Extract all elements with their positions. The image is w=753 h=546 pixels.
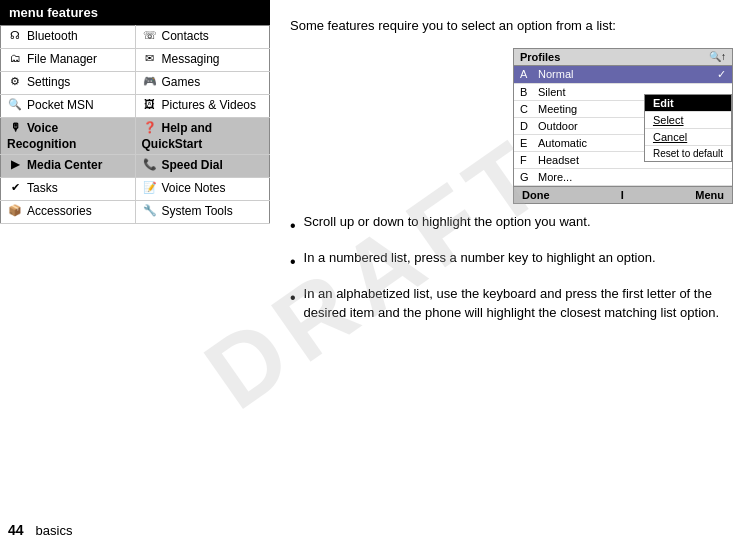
table-row[interactable]: 🔍Pocket MSN 🖼Pictures & Videos bbox=[1, 95, 270, 118]
accessories-label: Accessories bbox=[27, 204, 92, 218]
speed-dial-icon: 📞 bbox=[142, 158, 158, 174]
messaging-icon: ✉ bbox=[142, 52, 158, 68]
pictures-videos-label: Pictures & Videos bbox=[162, 98, 257, 112]
menu-features-header: menu features bbox=[0, 0, 270, 25]
messaging-label: Messaging bbox=[162, 52, 220, 66]
file-manager-label: File Manager bbox=[27, 52, 97, 66]
list-letter: D bbox=[520, 120, 534, 132]
list-letter: E bbox=[520, 137, 534, 149]
table-row[interactable]: ☊Bluetooth ☏Contacts bbox=[1, 26, 270, 49]
context-menu: Edit Select Cancel Reset to default bbox=[644, 94, 732, 162]
pictures-videos-icon: 🖼 bbox=[142, 98, 158, 114]
bullet-item-3: • In an alphabetized list, use the keybo… bbox=[290, 284, 733, 323]
voice-notes-label: Voice Notes bbox=[162, 181, 226, 195]
accessories-icon: 📦 bbox=[7, 204, 23, 220]
bullet-text-1: Scroll up or down to highlight the optio… bbox=[304, 212, 591, 238]
pocket-msn-label: Pocket MSN bbox=[27, 98, 94, 112]
bullet-text-2: In a numbered list, press a number key t… bbox=[304, 248, 656, 274]
voice-recognition-icon: 🎙 bbox=[7, 121, 23, 137]
phone-footer-divider: I bbox=[621, 189, 624, 201]
help-quickstart-icon: ❓ bbox=[142, 121, 158, 137]
phone-footer: Done I Menu bbox=[514, 186, 732, 203]
phone-header-icons: 🔍↑ bbox=[709, 51, 726, 62]
bullet-dot: • bbox=[290, 250, 296, 274]
list-name: More... bbox=[538, 171, 726, 183]
bluetooth-label: Bluetooth bbox=[27, 29, 78, 43]
tasks-icon: ✔ bbox=[7, 181, 23, 197]
intro-text: Some features require you to select an o… bbox=[290, 16, 733, 36]
menu-table: ☊Bluetooth ☏Contacts 🗂File Manager ✉Mess… bbox=[0, 25, 270, 224]
check-icon: ✓ bbox=[717, 68, 726, 81]
bullet-dot: • bbox=[290, 214, 296, 238]
table-row[interactable]: 🗂File Manager ✉Messaging bbox=[1, 49, 270, 72]
page-number: 44 bbox=[8, 522, 24, 538]
bullet-text-3: In an alphabetized list, use the keyboar… bbox=[304, 284, 733, 323]
table-row[interactable]: ✔Tasks 📝Voice Notes bbox=[1, 178, 270, 201]
tasks-label: Tasks bbox=[27, 181, 58, 195]
pocket-msn-icon: 🔍 bbox=[7, 98, 23, 114]
table-row-highlight[interactable]: 🎙Voice Recognition ❓Help and QuickStart bbox=[1, 118, 270, 155]
system-tools-label: System Tools bbox=[162, 204, 233, 218]
table-row-highlight[interactable]: ▶Media Center 📞Speed Dial bbox=[1, 155, 270, 178]
context-menu-select[interactable]: Select bbox=[645, 112, 731, 129]
phone-footer-done[interactable]: Done bbox=[522, 189, 550, 201]
phone-footer-menu[interactable]: Menu bbox=[695, 189, 724, 201]
file-manager-icon: 🗂 bbox=[7, 52, 23, 68]
context-menu-edit[interactable]: Edit bbox=[645, 95, 731, 112]
list-letter: C bbox=[520, 103, 534, 115]
table-row[interactable]: 📦Accessories 🔧System Tools bbox=[1, 201, 270, 224]
list-letter: B bbox=[520, 86, 534, 98]
media-center-label: Media Center bbox=[27, 158, 102, 172]
bullet-item-1: • Scroll up or down to highlight the opt… bbox=[290, 212, 733, 238]
media-center-icon: ▶ bbox=[7, 158, 23, 174]
right-panel: Some features require you to select an o… bbox=[270, 0, 753, 546]
list-letter: A bbox=[520, 68, 534, 80]
bullet-item-2: • In a numbered list, press a number key… bbox=[290, 248, 733, 274]
games-label: Games bbox=[162, 75, 201, 89]
contacts-icon: ☏ bbox=[142, 29, 158, 45]
context-menu-cancel[interactable]: Cancel bbox=[645, 129, 731, 146]
voice-notes-icon: 📝 bbox=[142, 181, 158, 197]
list-letter: F bbox=[520, 154, 534, 166]
list-name: Normal bbox=[538, 68, 717, 80]
settings-icon: ⚙ bbox=[7, 75, 23, 91]
list-item-more[interactable]: G More... bbox=[514, 169, 732, 186]
list-letter: G bbox=[520, 171, 534, 183]
list-item-normal[interactable]: A Normal ✓ bbox=[514, 66, 732, 84]
context-menu-reset[interactable]: Reset to default bbox=[645, 146, 731, 161]
table-row[interactable]: ⚙Settings 🎮Games bbox=[1, 72, 270, 95]
settings-label: Settings bbox=[27, 75, 70, 89]
bluetooth-icon: ☊ bbox=[7, 29, 23, 45]
phone-header-title: Profiles bbox=[520, 51, 560, 63]
left-panel: menu features ☊Bluetooth ☏Contacts 🗂File… bbox=[0, 0, 270, 546]
page-footer: 44 basics bbox=[0, 514, 270, 546]
phone-ui: Profiles 🔍↑ A Normal ✓ B Silent C Meetin… bbox=[513, 48, 733, 204]
bullet-dot: • bbox=[290, 286, 296, 323]
speed-dial-label: Speed Dial bbox=[162, 158, 223, 172]
footer-label: basics bbox=[36, 523, 73, 538]
phone-header: Profiles 🔍↑ bbox=[514, 49, 732, 66]
contacts-label: Contacts bbox=[162, 29, 209, 43]
bullet-list: • Scroll up or down to highlight the opt… bbox=[290, 212, 733, 323]
system-tools-icon: 🔧 bbox=[142, 204, 158, 220]
games-icon: 🎮 bbox=[142, 75, 158, 91]
